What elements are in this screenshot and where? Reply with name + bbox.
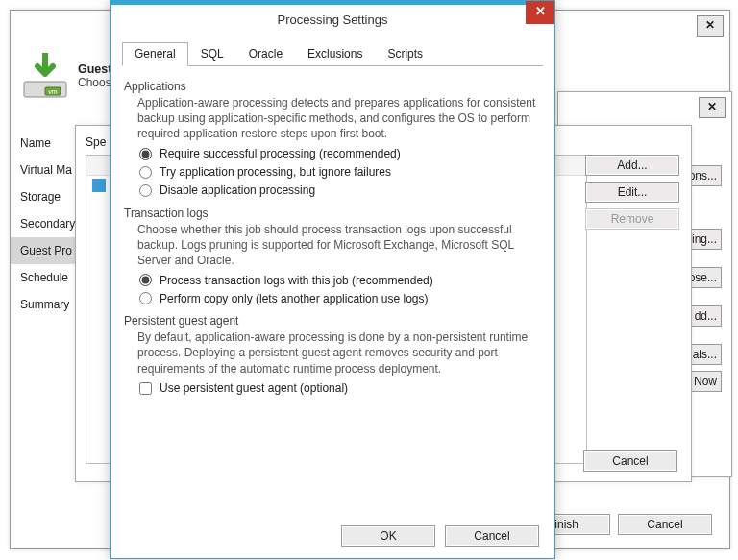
radio-require-processing-label: Require successful processing (recommend… bbox=[160, 147, 401, 160]
cancel-button[interactable]: Cancel bbox=[583, 450, 677, 472]
radio-disable-processing-label: Disable application processing bbox=[160, 183, 315, 197]
tab-exclusions[interactable]: Exclusions bbox=[295, 42, 375, 66]
cancel-button[interactable]: Cancel bbox=[618, 514, 712, 535]
persistent-agent-description: By default, application-aware processing… bbox=[137, 329, 541, 377]
edit-button[interactable]: Edit... bbox=[585, 182, 679, 203]
tab-strip: General SQL Oracle Exclusions Scripts bbox=[122, 41, 543, 66]
add-button[interactable]: Add... bbox=[585, 155, 679, 176]
radio-process-logs-label: Process transaction logs with this job (… bbox=[160, 274, 433, 287]
tab-sql[interactable]: SQL bbox=[188, 42, 236, 66]
radio-try-processing-label: Try application processing, but ignore f… bbox=[160, 165, 391, 179]
group-persistent-agent: Persistent guest agent bbox=[124, 314, 541, 328]
radio-require-processing[interactable] bbox=[139, 148, 152, 160]
remove-button: Remove bbox=[585, 208, 679, 230]
group-applications: Applications bbox=[124, 80, 541, 93]
wizard-header: vm Guest Choos bbox=[22, 53, 111, 99]
processing-settings-dialog: Processing Settings ✕ General SQL Oracle… bbox=[110, 0, 555, 559]
dialog-title: Processing Settings bbox=[278, 12, 388, 27]
checkbox-persistent-agent-label: Use persistent guest agent (optional) bbox=[160, 381, 348, 395]
tab-general[interactable]: General bbox=[122, 42, 188, 66]
checkbox-persistent-agent[interactable] bbox=[139, 382, 152, 395]
list-label: Spe bbox=[86, 135, 106, 149]
radio-disable-processing[interactable] bbox=[139, 184, 152, 197]
cancel-button[interactable]: Cancel bbox=[445, 525, 539, 547]
wizard-title: Guest bbox=[78, 62, 111, 76]
transaction-logs-description: Choose whether this job should process t… bbox=[137, 222, 541, 269]
svg-text:vm: vm bbox=[48, 88, 58, 95]
radio-copy-only-label: Perform copy only (lets another applicat… bbox=[160, 292, 428, 305]
ok-button[interactable]: OK bbox=[341, 525, 435, 547]
tab-oracle[interactable]: Oracle bbox=[236, 42, 295, 66]
radio-copy-only[interactable] bbox=[139, 292, 152, 304]
wizard-subtitle: Choos bbox=[78, 76, 111, 89]
guest-processing-icon: vm bbox=[22, 53, 68, 99]
vm-icon bbox=[92, 179, 106, 192]
close-icon[interactable]: ✕ bbox=[697, 15, 724, 37]
radio-process-logs[interactable] bbox=[139, 274, 152, 286]
applications-description: Application-aware processing detects and… bbox=[137, 95, 541, 142]
tab-scripts[interactable]: Scripts bbox=[375, 42, 435, 66]
close-icon[interactable]: ✕ bbox=[699, 97, 726, 118]
radio-try-processing[interactable] bbox=[139, 166, 152, 179]
group-transaction-logs: Transaction logs bbox=[124, 207, 541, 220]
dialog-titlebar: Processing Settings ✕ bbox=[111, 1, 554, 32]
close-icon[interactable]: ✕ bbox=[526, 1, 554, 24]
